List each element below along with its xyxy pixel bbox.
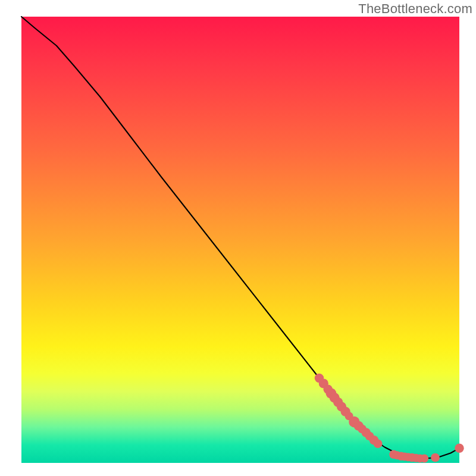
data-point — [455, 444, 464, 453]
chart-container: TheBottleneck.com — [0, 0, 476, 476]
data-point — [420, 455, 428, 463]
data-point — [431, 453, 440, 462]
data-point — [374, 439, 383, 448]
plot-overlay — [21, 17, 459, 463]
watermark-text: TheBottleneck.com — [358, 1, 472, 17]
plot-area — [21, 17, 459, 463]
bottleneck-curve — [21, 17, 459, 459]
